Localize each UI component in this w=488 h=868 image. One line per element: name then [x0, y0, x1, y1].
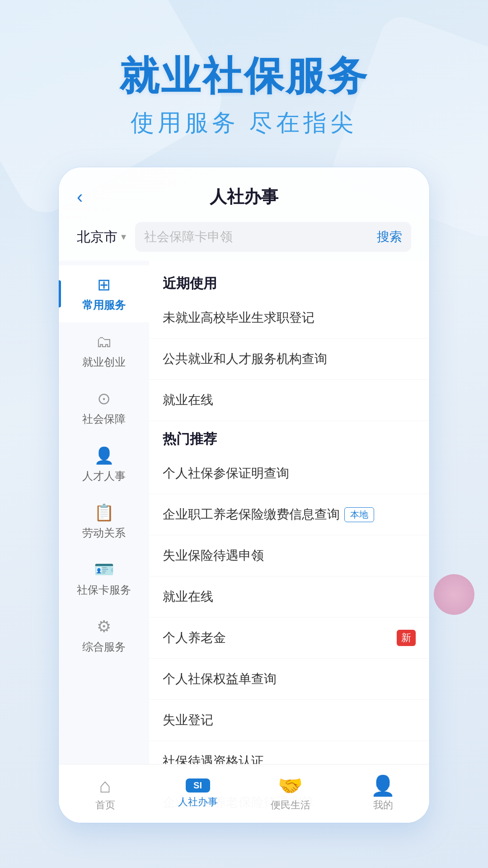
- sidebar-item-common[interactable]: ⊞ 常用服务: [59, 265, 149, 322]
- nav-label-life: 便民生活: [271, 798, 310, 812]
- bottom-nav: ⌂ 首页 SI 人社办事 🤝 便民生活 👤 我的: [59, 764, 429, 823]
- life-icon: 🤝: [278, 776, 303, 796]
- main-content: 近期使用 未就业高校毕业生求职登记 公共就业和人才服务机构查询 就业在线 热门推…: [149, 261, 429, 823]
- sidebar-item-general[interactable]: ⚙ 综合服务: [59, 607, 149, 664]
- shebao-card-icon: 🪪: [94, 560, 114, 579]
- nav-label-home: 首页: [95, 798, 115, 812]
- item-text: 失业登记: [163, 712, 213, 729]
- item-text: 就业在线: [163, 392, 213, 409]
- nav-label-mine: 我的: [373, 798, 393, 812]
- item-text: 就业在线: [163, 588, 213, 605]
- list-item[interactable]: 个人养老金 新: [149, 618, 429, 659]
- mine-icon: 👤: [371, 776, 395, 796]
- search-row: 北京市 ▾ 社会保障卡申领 搜索: [59, 217, 429, 261]
- list-item[interactable]: 就业在线: [149, 380, 429, 421]
- nav-label-renshe: 人社办事: [178, 795, 218, 809]
- header-area: 就业社保服务 使用服务 尽在指尖: [0, 0, 488, 166]
- item-text: 未就业高校毕业生求职登记: [163, 309, 314, 326]
- pink-decoration: [434, 574, 474, 615]
- list-item[interactable]: 失业登记: [149, 700, 429, 741]
- main-title: 就业社保服务: [27, 54, 461, 98]
- list-item[interactable]: 个人社保参保证明查询: [149, 453, 429, 494]
- general-icon: ⚙: [97, 617, 111, 636]
- sidebar-item-employment[interactable]: 🗂 就业创业: [59, 322, 149, 379]
- sidebar: ⊞ 常用服务 🗂 就业创业 ⊙ 社会保障 👤 人才人事 📋 劳动关系 🪪 社: [59, 261, 149, 823]
- list-item[interactable]: 企业职工养老保险缴费信息查询 本地: [149, 494, 429, 535]
- back-button[interactable]: ‹: [77, 187, 83, 207]
- content-area: ⊞ 常用服务 🗂 就业创业 ⊙ 社会保障 👤 人才人事 📋 劳动关系 🪪 社: [59, 261, 429, 823]
- employment-icon: 🗂: [96, 332, 112, 351]
- sidebar-item-label: 就业创业: [82, 355, 126, 369]
- item-text: 失业保险待遇申领: [163, 547, 264, 564]
- nav-item-renshe[interactable]: SI 人社办事: [151, 778, 244, 809]
- sidebar-item-label: 劳动关系: [82, 526, 126, 540]
- sidebar-item-social[interactable]: ⊙ 社会保障: [59, 379, 149, 436]
- list-item[interactable]: 未就业高校毕业生求职登记: [149, 297, 429, 339]
- sidebar-item-shebao-card[interactable]: 🪪 社保卡服务: [59, 550, 149, 607]
- nav-item-life[interactable]: 🤝 便民生活: [244, 776, 337, 812]
- item-text: 个人养老金: [163, 629, 226, 646]
- sidebar-item-label: 人才人事: [82, 469, 126, 483]
- talent-icon: 👤: [94, 446, 114, 465]
- labor-icon: 📋: [94, 503, 114, 522]
- top-bar: ‹ 人社办事: [59, 167, 429, 217]
- sidebar-item-labor[interactable]: 📋 劳动关系: [59, 493, 149, 550]
- list-item[interactable]: 公共就业和人才服务机构查询: [149, 339, 429, 380]
- city-selector[interactable]: 北京市 ▾: [77, 228, 126, 246]
- renshe-badge: SI: [186, 778, 210, 793]
- common-service-icon: ⊞: [97, 275, 111, 294]
- sidebar-item-label: 社会保障: [82, 412, 126, 426]
- nav-item-home[interactable]: ⌂ 首页: [59, 776, 151, 812]
- list-item[interactable]: 就业在线: [149, 576, 429, 618]
- item-text: 个人社保权益单查询: [163, 670, 277, 688]
- item-text: 企业职工养老保险缴费信息查询 本地: [163, 506, 374, 523]
- phone-card: ‹ 人社办事 北京市 ▾ 社会保障卡申领 搜索 ⊞ 常用服务 🗂 就业创业 ⊙: [59, 167, 429, 823]
- sidebar-item-label: 综合服务: [82, 640, 126, 654]
- item-text: 个人社保参保证明查询: [163, 465, 289, 482]
- search-placeholder: 社会保障卡申领: [144, 228, 377, 245]
- social-icon: ⊙: [97, 389, 111, 408]
- section-hot-header: 热门推荐: [149, 421, 429, 453]
- search-button[interactable]: 搜索: [377, 228, 402, 245]
- search-box[interactable]: 社会保障卡申领 搜索: [135, 222, 411, 252]
- sub-title: 使用服务 尽在指尖: [27, 107, 461, 139]
- chevron-down-icon: ▾: [121, 231, 126, 243]
- section-recent-header: 近期使用: [149, 265, 429, 297]
- sidebar-item-label: 社保卡服务: [77, 583, 131, 597]
- city-name: 北京市: [77, 228, 117, 246]
- nav-item-mine[interactable]: 👤 我的: [337, 776, 429, 812]
- list-item[interactable]: 失业保险待遇申领: [149, 535, 429, 576]
- list-item[interactable]: 个人社保权益单查询: [149, 659, 429, 700]
- badge-new: 新: [397, 630, 416, 646]
- item-text: 公共就业和人才服务机构查询: [163, 350, 327, 368]
- sidebar-item-label: 常用服务: [82, 298, 126, 312]
- sidebar-item-talent[interactable]: 👤 人才人事: [59, 436, 149, 493]
- home-icon: ⌂: [99, 776, 111, 796]
- page-title: 人社办事: [210, 185, 278, 208]
- badge-local: 本地: [344, 507, 374, 522]
